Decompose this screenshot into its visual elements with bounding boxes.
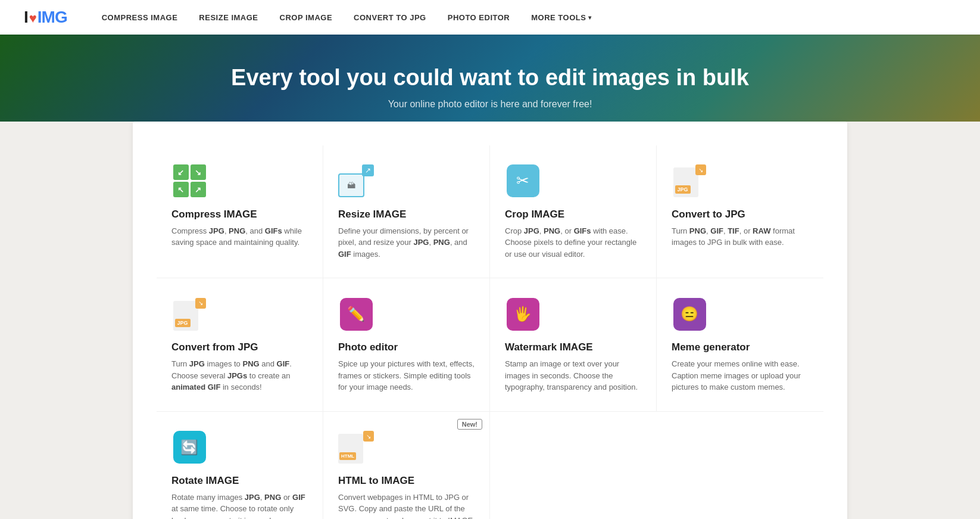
tool-title-compress: Compress IMAGE bbox=[171, 209, 308, 220]
nav-compress[interactable]: COMPRESS IMAGE bbox=[91, 13, 189, 22]
tool-card-rotate[interactable]: 🔄 Rotate IMAGE Rotate many images JPG, P… bbox=[157, 412, 323, 519]
tool-card-from-jpg[interactable]: JPG ↘ Convert from JPG Turn JPG images t… bbox=[157, 278, 323, 412]
meme-icon: 😑 bbox=[672, 296, 707, 332]
tool-card-html-image[interactable]: New! HTML ↘ HTML to IMAGE Convert webpag… bbox=[323, 412, 490, 519]
tool-card-meme[interactable]: 😑 Meme generator Create your memes onlin… bbox=[657, 278, 823, 412]
crop-icon: ✂ bbox=[505, 163, 541, 199]
watermark-icon: 🖐 bbox=[505, 296, 541, 332]
nav-photo-editor[interactable]: PHOTO EDITOR bbox=[437, 13, 520, 22]
tool-title-convert-jpg: Convert to JPG bbox=[672, 209, 809, 220]
tool-title-rotate: Rotate IMAGE bbox=[171, 475, 308, 487]
tool-title-resize: Resize IMAGE bbox=[338, 209, 475, 220]
tool-desc-meme: Create your memes online with ease. Capt… bbox=[672, 358, 809, 393]
nav-convert-jpg[interactable]: CONVERT TO JPG bbox=[343, 13, 437, 22]
tool-title-meme: Meme generator bbox=[672, 341, 809, 353]
tools-container: ↙ ↘ ↖ ↗ Compress IMAGE Compress JPG, PNG… bbox=[133, 122, 847, 519]
nav-crop[interactable]: CROP IMAGE bbox=[269, 13, 344, 22]
tool-title-crop: Crop IMAGE bbox=[505, 209, 641, 220]
nav-links: COMPRESS IMAGE RESIZE IMAGE CROP IMAGE C… bbox=[91, 12, 603, 23]
tool-desc-convert-jpg: Turn PNG, GIF, TIF, or RAW format images… bbox=[672, 225, 809, 248]
tool-title-from-jpg: Convert from JPG bbox=[171, 341, 308, 353]
nav-more-tools[interactable]: MORE TOOLS ▾ bbox=[520, 13, 603, 22]
tool-card-resize[interactable]: ↗ Resize IMAGE Define your dimensions, b… bbox=[323, 145, 490, 279]
resize-icon: ↗ bbox=[338, 163, 374, 199]
from-jpg-icon: JPG ↘ bbox=[171, 296, 207, 332]
tool-title-html-image: HTML to IMAGE bbox=[338, 475, 475, 487]
tool-desc-watermark: Stamp an image or text over your images … bbox=[505, 358, 641, 393]
tool-card-photo-editor[interactable]: ✏️ Photo editor Spice up your pictures w… bbox=[323, 278, 490, 412]
logo[interactable]: I♥IMG bbox=[24, 8, 67, 27]
photo-editor-icon: ✏️ bbox=[338, 296, 374, 332]
chevron-down-icon: ▾ bbox=[588, 14, 592, 21]
tools-grid: ↙ ↘ ↖ ↗ Compress IMAGE Compress JPG, PNG… bbox=[157, 145, 823, 519]
tool-desc-html-image: Convert webpages in HTML to JPG or SVG. … bbox=[338, 492, 475, 519]
tool-desc-crop: Crop JPG, PNG, or GIFs with ease. Choose… bbox=[505, 225, 641, 260]
hero-subtitle: Your online photo editor is here and for… bbox=[12, 99, 968, 110]
logo-heart-icon: ♥ bbox=[29, 11, 36, 26]
tool-card-convert-jpg[interactable]: JPG ↘ Convert to JPG Turn PNG, GIF, TIF,… bbox=[657, 145, 823, 279]
tool-card-watermark[interactable]: 🖐 Watermark IMAGE Stamp an image or text… bbox=[490, 278, 657, 412]
tool-desc-from-jpg: Turn JPG images to PNG and GIF. Choose s… bbox=[171, 358, 308, 393]
navbar: I♥IMG COMPRESS IMAGE RESIZE IMAGE CROP I… bbox=[0, 0, 980, 35]
html-image-icon: HTML ↘ bbox=[338, 430, 374, 465]
tool-card-crop[interactable]: ✂ Crop IMAGE Crop JPG, PNG, or GIFs with… bbox=[490, 145, 657, 279]
nav-resize[interactable]: RESIZE IMAGE bbox=[188, 13, 269, 22]
tool-desc-compress: Compress JPG, PNG, and GIFs while saving… bbox=[171, 225, 308, 248]
tool-card-compress[interactable]: ↙ ↘ ↖ ↗ Compress IMAGE Compress JPG, PNG… bbox=[157, 145, 323, 279]
tool-title-photo-editor: Photo editor bbox=[338, 341, 475, 353]
tool-desc-rotate: Rotate many images JPG, PNG or GIF at sa… bbox=[171, 492, 308, 519]
tool-desc-resize: Define your dimensions, by percent or pi… bbox=[338, 225, 475, 260]
rotate-icon: 🔄 bbox=[171, 430, 207, 465]
compress-icon: ↙ ↘ ↖ ↗ bbox=[171, 163, 207, 199]
convert-jpg-icon: JPG ↘ bbox=[672, 163, 707, 199]
hero-headline: Every tool you could want to edit images… bbox=[12, 64, 968, 92]
tool-title-watermark: Watermark IMAGE bbox=[505, 341, 641, 353]
new-badge: New! bbox=[457, 419, 482, 430]
tool-desc-photo-editor: Spice up your pictures with text, effect… bbox=[338, 358, 475, 393]
logo-img-text: IMG bbox=[38, 8, 67, 26]
